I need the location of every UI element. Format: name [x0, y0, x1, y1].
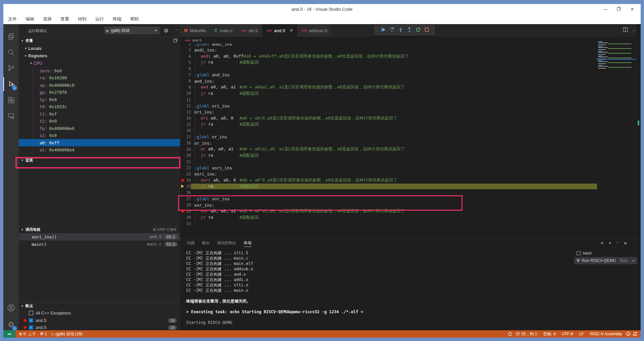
gutter[interactable]: [180, 184, 185, 189]
code-line-11[interactable]: 11: [180, 97, 597, 103]
debug-settings-gear-icon[interactable]: ⚙: [164, 27, 168, 34]
code-line-21[interactable]: 21: [180, 159, 597, 165]
split-editor-icon[interactable]: [623, 27, 628, 33]
source-control-icon[interactable]: [3, 61, 19, 75]
restore-icon[interactable]: [616, 7, 621, 12]
register-row-zero[interactable]: zero:0x0: [19, 67, 180, 74]
step-over-icon[interactable]: [389, 27, 395, 34]
code-line-4[interactable]: 4andi a0, a0, 0xff#a0 = a0&0xff,a0是C语言调用…: [180, 53, 597, 60]
debug-config-dropdown[interactable]: ▶ (gdb) 启动 ▼: [104, 26, 160, 35]
drag-grip-icon[interactable]: ⁚⁚: [376, 28, 377, 32]
checkbox-checked[interactable]: ✓: [29, 318, 33, 323]
code-line-15[interactable]: 15jr ra#函数返回: [180, 122, 597, 128]
code-line-10[interactable]: 10jr ra#函数返回: [180, 90, 597, 97]
register-row-ra[interactable]: ra:0x10200: [19, 74, 180, 82]
code-line-9[interactable]: 9and a0, a0, a1#a0 = a0&a1,a0、a1是C语言调用者传…: [180, 84, 597, 91]
code-line-17[interactable]: 17.globl or_ins: [180, 134, 597, 140]
code-line-12[interactable]: 12.globl ori_ins: [180, 103, 597, 109]
register-row-gp[interactable]: gp:0x278f0: [19, 89, 180, 96]
stop-icon[interactable]: [424, 27, 430, 34]
tab-and.S[interactable]: ASMand.S✕: [262, 24, 298, 37]
exceptions-breakpoint-row[interactable]: All C++ Exceptions: [19, 310, 180, 317]
minimap[interactable]: [598, 42, 636, 70]
registers-group[interactable]: ▼Registers: [19, 52, 180, 60]
gutter[interactable]: [180, 178, 185, 183]
feedback-icon[interactable]: [626, 332, 631, 336]
panel-tab-终端[interactable]: 终端: [244, 241, 252, 247]
code-line-14[interactable]: 14ori a0, a0, 0#a0 = a0|0,a0是C语言调用者传递的参数…: [180, 115, 597, 122]
encoding[interactable]: UTF-8: [560, 332, 575, 336]
register-row-a1[interactable]: a1:0x408006e4: [19, 146, 180, 154]
terminal-list-item-bash[interactable]: >bash: [574, 250, 637, 257]
menu-item-终端[interactable]: 终端: [113, 16, 121, 22]
menu-item-选择[interactable]: 选择: [43, 16, 52, 22]
register-row-t0[interactable]: t0:0x1033c: [19, 103, 180, 111]
run-and-debug-icon[interactable]: 1: [3, 77, 19, 91]
variables-section-header[interactable]: ▼ 变量: [19, 37, 180, 44]
cpu-group[interactable]: ▼CPU: [19, 60, 180, 67]
menu-item-文件[interactable]: 文件: [8, 16, 17, 22]
debug-session-status[interactable]: ▷ (gdb) 启动 (16): [50, 331, 85, 337]
remote-indicator[interactable]: ><: [3, 330, 15, 338]
code-line-5[interactable]: 5jr ra#函数返回: [180, 60, 597, 66]
close-panel-icon[interactable]: ✕: [624, 241, 627, 246]
code-area[interactable]: 2.globl andi_ins3andi_ins:4andi a0, a0, …: [180, 44, 597, 238]
breakpoint-row[interactable]: ✓and.S24: [19, 317, 180, 324]
code-line-7[interactable]: 7.globl and_ins: [180, 72, 597, 78]
notifications-bell-icon[interactable]: [633, 332, 637, 337]
terminal-dropdown-icon[interactable]: ▼: [608, 242, 611, 245]
settings-gear-icon[interactable]: ⚙ 1: [3, 318, 19, 332]
step-into-icon[interactable]: [398, 27, 404, 34]
stack-frame-row[interactable]: main()main.c51:1: [19, 241, 180, 248]
code-line-23[interactable]: 23xori_ins:: [180, 171, 597, 178]
code-line-19[interactable]: 19or a0, a0, a1#a0 = a0|a1,a0、a1是C语言调用者传…: [180, 146, 597, 153]
breakpoint-dot-icon[interactable]: [181, 179, 184, 182]
running-tasks-status[interactable]: ⚒1: [38, 332, 49, 336]
register-row-a0[interactable]: a0:0xff: [19, 139, 180, 146]
code-line-29[interactable]: 29xor a0, a0, a1#a0 = a0^a1,a0、a1是C语言调用者…: [180, 208, 597, 215]
code-line-18[interactable]: 18or_ins:: [180, 140, 597, 146]
code-line-28[interactable]: 28xor_ins:: [180, 202, 597, 208]
new-terminal-icon[interactable]: +: [600, 240, 603, 246]
code-line-31[interactable]: 31: [180, 221, 597, 227]
register-row-t1[interactable]: t1:0xf: [19, 110, 180, 118]
code-line-3[interactable]: 3andi_ins:: [180, 47, 597, 54]
breakpoints-section-header[interactable]: ▼ 断点: [19, 302, 180, 310]
register-row-t2[interactable]: t2:0x0: [19, 118, 180, 125]
minimize-icon[interactable]: —: [603, 7, 608, 12]
extensions-icon[interactable]: [3, 93, 19, 107]
code-line-30[interactable]: 30jr ra#函数返回: [180, 214, 597, 221]
remote-explorer-icon[interactable]: [3, 109, 19, 123]
cursor-position[interactable]: 行 25，列 1: [514, 331, 539, 337]
locals-group[interactable]: ▼Locals: [19, 45, 180, 52]
panel-tab-问题[interactable]: 问题: [187, 241, 195, 247]
eol[interactable]: LF: [577, 332, 586, 336]
menu-item-编辑[interactable]: 编辑: [25, 16, 34, 22]
register-row-sp[interactable]: sp:0x408006c0: [19, 81, 180, 89]
code-line-16[interactable]: 16: [180, 128, 597, 134]
terminal-list-item-Run RISCV-QEMU[interactable]: ⚒Run RISCV-QEMUTask✓: [574, 257, 637, 264]
step-out-icon[interactable]: [407, 27, 412, 34]
tab-slti.S[interactable]: ASMslti.S: [237, 24, 262, 37]
tab-close-icon[interactable]: ✕: [290, 28, 293, 33]
menu-item-转到[interactable]: 转到: [78, 16, 87, 22]
panel-tab-调试控制台[interactable]: 调试控制台: [217, 241, 236, 247]
code-line-24[interactable]: 24xori a0, a0, 0#a0 = a0^0,a0是C语言调用者传递的参…: [180, 177, 597, 184]
checkbox-checked[interactable]: ✓: [29, 325, 33, 330]
close-icon[interactable]: ✕: [630, 7, 635, 12]
flame-icon[interactable]: [508, 332, 512, 337]
code-line-27[interactable]: 27.globl xor_ins: [180, 196, 597, 202]
code-line-8[interactable]: 8and_ins:: [180, 78, 597, 84]
code-line-26[interactable]: 26: [180, 190, 597, 196]
menu-item-运行[interactable]: 运行: [95, 16, 104, 22]
tab-Makefile[interactable]: MMakefile: [180, 24, 210, 37]
register-row-s1[interactable]: s1:0x0: [19, 132, 180, 139]
call-stack-section-header[interactable]: ▼ 调用堆栈 因 STEP 已暂停: [19, 226, 180, 233]
code-line-20[interactable]: 20jr ra#函数返回: [180, 152, 597, 159]
code-line-13[interactable]: 13ori_ins:: [180, 109, 597, 116]
tab-addsub.S[interactable]: ASMaddsub.S: [298, 24, 332, 37]
continue-icon[interactable]: [380, 27, 386, 34]
explorer-icon[interactable]: [3, 29, 19, 44]
account-icon[interactable]: [3, 301, 19, 315]
overview-ruler[interactable]: [636, 24, 641, 238]
